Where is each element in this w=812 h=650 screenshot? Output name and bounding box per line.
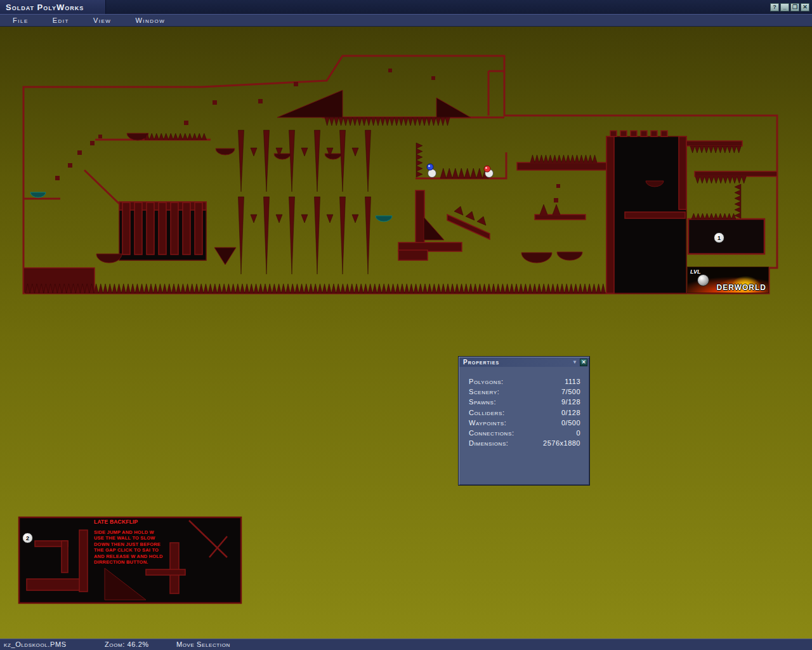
map-marker-1[interactable]: 1 xyxy=(714,232,724,243)
right-upper-spikes xyxy=(690,146,741,153)
tutorial-line: AND RELEASE W AND HOLD xyxy=(94,554,179,560)
floor-spikes xyxy=(25,284,605,293)
help-button[interactable]: ? xyxy=(770,3,779,11)
property-row: Dimensions: 2576x1880 xyxy=(469,438,580,448)
property-label: Connections: xyxy=(469,429,514,437)
properties-panel: Properties ▼ ✕ Polygons: 1113 Scenery: 7… xyxy=(458,356,590,486)
spawn-marker-blue[interactable] xyxy=(427,164,436,178)
property-row: Connections: 0 xyxy=(469,428,580,438)
property-value: 0/500 xyxy=(561,419,580,427)
tutorial-line: USE THE WALL TO SLOW xyxy=(94,535,179,541)
menu-window[interactable]: Window xyxy=(131,16,169,25)
property-label: Dimensions: xyxy=(469,439,509,447)
map-canvas[interactable]: 1 2 LATE BACKFLIP SIDE JUMP AND HOLD W U… xyxy=(0,27,812,639)
tutorial-line: SIDE JUMP AND HOLD W xyxy=(94,529,179,536)
property-value: 9/128 xyxy=(561,398,580,406)
tutorial-line: THE GAP CLICK TO SAI TO xyxy=(94,547,179,554)
property-label: Scenery: xyxy=(469,388,499,395)
spawn-marker-red[interactable] xyxy=(484,166,494,178)
property-label: Spawns: xyxy=(469,398,496,406)
properties-panel-title: Properties xyxy=(463,359,572,366)
tutorial-title: LATE BACKFLIP xyxy=(94,519,179,526)
menu-view[interactable]: View xyxy=(89,16,115,25)
property-value: 0 xyxy=(576,429,580,437)
properties-panel-body: Polygons: 1113 Scenery: 7/500 Spawns: 9/… xyxy=(459,368,589,448)
ledge-spikes xyxy=(145,133,207,140)
panel-collapse-arrow-icon[interactable]: ▼ xyxy=(572,359,577,365)
right-mid-spikes xyxy=(695,176,746,183)
tutorial-line: DOWN THEN JUST BEFORE xyxy=(94,541,179,548)
needle-spikes-upper xyxy=(239,130,371,192)
logo-ball-icon xyxy=(697,274,709,286)
ceiling-spikes xyxy=(325,117,450,126)
menu-file[interactable]: File xyxy=(9,16,32,25)
tutorial-text: LATE BACKFLIP SIDE JUMP AND HOLD W USE T… xyxy=(94,519,179,566)
property-label: Polygons: xyxy=(469,378,504,385)
midbar-spikes xyxy=(530,155,597,162)
property-row: Spawns: 9/128 xyxy=(469,397,580,407)
maximize-button[interactable]: ❒ xyxy=(790,3,799,11)
property-row: Scenery: 7/500 xyxy=(469,387,580,397)
app-title: Soldat PolyWorks xyxy=(0,0,106,14)
property-value: 2576x1880 xyxy=(543,439,580,447)
close-button[interactable]: ✕ xyxy=(801,3,809,11)
properties-panel-titlebar[interactable]: Properties ▼ ✕ xyxy=(459,357,589,367)
property-value: 7/500 xyxy=(561,388,580,395)
map-marker-2[interactable]: 2 xyxy=(22,533,33,543)
statusbar: kz_Oldskool.PMS Zoom: 46.2% Move Selecti… xyxy=(0,639,812,650)
property-row: Polygons: 1113 xyxy=(469,376,580,387)
property-label: Waypoints: xyxy=(469,419,506,427)
level-logo: LVL DERWORLD xyxy=(687,267,769,293)
logo-text-top: LVL xyxy=(690,269,701,275)
minimize-button[interactable]: _ xyxy=(780,3,789,11)
sawtooth-right xyxy=(735,184,741,218)
statusbar-zoom: Zoom: 46.2% xyxy=(105,640,149,648)
statusbar-mode: Move Selection xyxy=(176,640,230,648)
menubar: File Edit View Window xyxy=(0,14,812,27)
spawn-platform-spikes xyxy=(440,168,488,178)
comb-bars xyxy=(122,202,202,255)
battlements xyxy=(610,131,667,136)
property-value: 0/128 xyxy=(561,409,580,416)
logo-text-bottom: DERWORLD xyxy=(717,283,766,292)
tutorial-line: DIRRECTION BUTTON. xyxy=(94,559,179,566)
property-row: Colliders: 0/128 xyxy=(469,408,580,418)
needle-spikes-lower xyxy=(239,197,371,274)
property-row: Waypoints: 0/500 xyxy=(469,418,580,428)
panel-close-button[interactable]: ✕ xyxy=(580,359,587,366)
sawtooth-left xyxy=(416,143,422,177)
window-controls: ? _ ❒ ✕ xyxy=(770,3,812,11)
property-label: Colliders: xyxy=(469,409,505,416)
property-value: 1113 xyxy=(565,378,580,385)
statusbar-filename: kz_Oldskool.PMS xyxy=(4,640,67,648)
titlebar: Soldat PolyWorks ? _ ❒ ✕ xyxy=(0,0,812,14)
menu-edit[interactable]: Edit xyxy=(49,16,73,25)
box-spikes xyxy=(691,213,736,219)
